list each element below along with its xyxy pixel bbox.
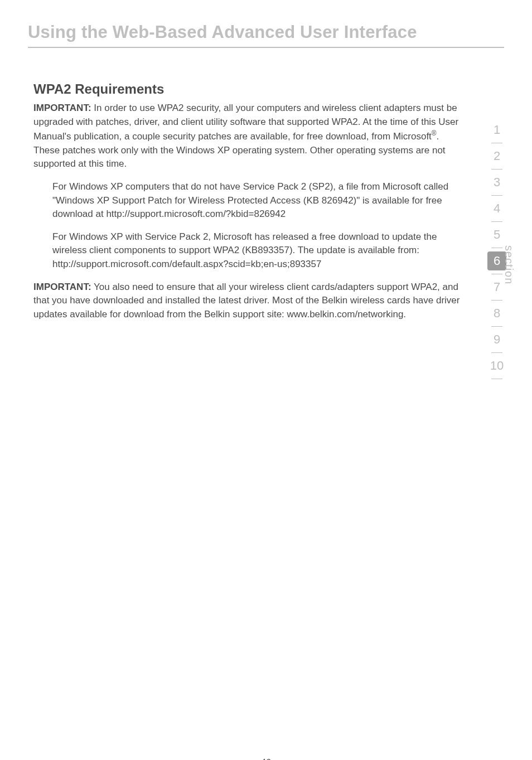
important-label: IMPORTANT: bbox=[33, 282, 91, 292]
page-title: Using the Web-Based Advanced User Interf… bbox=[28, 22, 504, 42]
section-nav: section 1 2 3 4 5 6 7 8 9 10 bbox=[482, 117, 512, 379]
section-tab-1[interactable]: 1 bbox=[487, 120, 506, 139]
nav-separator bbox=[491, 195, 502, 196]
nav-separator bbox=[491, 352, 502, 353]
main-content: WPA2 Requirements IMPORTANT: In order to… bbox=[33, 81, 461, 322]
nav-separator bbox=[491, 274, 502, 274]
section-tab-9[interactable]: 9 bbox=[487, 330, 506, 349]
section-tab-4[interactable]: 4 bbox=[487, 199, 506, 218]
nav-separator bbox=[491, 221, 502, 222]
section-heading: WPA2 Requirements bbox=[33, 81, 461, 97]
section-tab-8[interactable]: 8 bbox=[487, 304, 506, 323]
nav-separator bbox=[491, 169, 502, 170]
nav-separator bbox=[491, 300, 502, 301]
nav-separator bbox=[491, 143, 502, 143]
page-header: Using the Web-Based Advanced User Interf… bbox=[28, 22, 504, 48]
paragraph-important-2: IMPORTANT: You also need to ensure that … bbox=[33, 280, 461, 322]
paragraph-indent-2: For Windows XP with Service Pack 2, Micr… bbox=[52, 230, 461, 272]
section-tab-10[interactable]: 10 bbox=[487, 356, 506, 375]
registered-mark: ® bbox=[432, 129, 437, 137]
paragraph-text: You also need to ensure that all your wi… bbox=[33, 282, 460, 320]
paragraph-important-1: IMPORTANT: In order to use WPA2 security… bbox=[33, 101, 461, 171]
paragraph-text: In order to use WPA2 security, all your … bbox=[33, 103, 458, 142]
important-label: IMPORTANT: bbox=[33, 103, 91, 113]
page-number: 46 bbox=[0, 758, 532, 760]
section-tab-2[interactable]: 2 bbox=[487, 147, 506, 166]
paragraph-indent-1: For Windows XP computers that do not hav… bbox=[52, 180, 461, 221]
section-nav-label: section bbox=[502, 245, 515, 284]
nav-separator bbox=[491, 326, 502, 327]
section-tab-5[interactable]: 5 bbox=[487, 225, 506, 244]
section-tab-3[interactable]: 3 bbox=[487, 173, 506, 192]
nav-separator bbox=[491, 248, 502, 248]
nav-separator bbox=[491, 379, 502, 379]
